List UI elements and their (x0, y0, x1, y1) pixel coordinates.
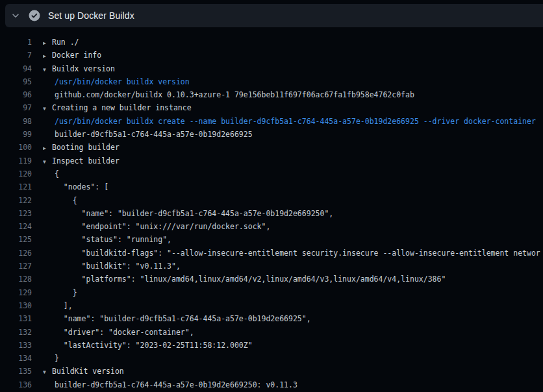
output-text: "driver": "docker-container", (43, 326, 194, 339)
line-number[interactable]: 125 (0, 233, 32, 246)
command-text: /usr/bin/docker buildx create --name bui… (43, 115, 536, 128)
output-text: { (43, 194, 77, 207)
log-line: 120{ (0, 167, 543, 180)
group-title[interactable]: BuildKit version (52, 367, 124, 376)
log-line: 122 { (0, 194, 543, 207)
chevron-down-icon (11, 11, 20, 20)
log-line: 99builder-d9cfb5a1-c764-445a-a57e-0b19d2… (0, 128, 543, 141)
line-number[interactable]: 99 (0, 128, 32, 141)
log-line: 1▶Run ./ (0, 36, 543, 49)
group-header[interactable]: ▶Run ./ (43, 36, 79, 49)
log-line: 126 "buildkitd-flags": "--allow-insecure… (0, 247, 543, 260)
group-expanded-icon[interactable]: ▼ (43, 366, 52, 378)
line-number[interactable]: 120 (0, 167, 32, 180)
group-header[interactable]: ▼Inspect builder (43, 154, 120, 167)
line-number[interactable]: 123 (0, 207, 32, 220)
log-line: 130 ], (0, 299, 543, 312)
line-number[interactable]: 136 (0, 378, 32, 391)
line-number[interactable]: 121 (0, 180, 32, 193)
log-line: 100▶Booting builder (0, 141, 543, 154)
step-header-set-up-docker-buildx[interactable]: Set up Docker Buildx (5, 4, 543, 27)
group-expanded-icon[interactable]: ▼ (43, 156, 52, 167)
log-line: 97▼Creating a new builder instance (0, 101, 543, 114)
line-number[interactable]: 98 (0, 115, 32, 128)
line-number[interactable]: 100 (0, 141, 32, 154)
output-text: github.com/docker/buildx 0.10.3+azure-1 … (43, 88, 414, 101)
group-header[interactable]: ▶Booting builder (43, 141, 120, 154)
group-collapsed-icon[interactable]: ▶ (43, 142, 52, 154)
log-line: 135▼BuildKit version (0, 365, 543, 378)
log-line: 96github.com/docker/buildx 0.10.3+azure-… (0, 88, 543, 101)
line-number[interactable]: 94 (0, 62, 32, 75)
check-circle-icon (29, 10, 40, 21)
output-text: builder-d9cfb5a1-c764-445a-a57e-0b19d2e6… (43, 378, 297, 391)
step-title: Set up Docker Buildx (48, 10, 134, 21)
output-text: "platforms": "linux/amd64,linux/amd64/v2… (43, 273, 446, 286)
line-number[interactable]: 95 (0, 75, 32, 88)
output-text: { (43, 167, 59, 180)
output-text: "buildkitd-flags": "--allow-insecure-ent… (43, 247, 540, 260)
output-text: "name": "builder-d9cfb5a1-c764-445a-a57e… (43, 312, 311, 325)
line-number[interactable]: 135 (0, 365, 32, 378)
group-expanded-icon[interactable]: ▼ (43, 64, 52, 75)
output-text: "nodes": [ (43, 180, 108, 193)
log-line: 133 "lastActivity": "2023-02-25T11:58:12… (0, 339, 543, 352)
group-header[interactable]: ▼BuildKit version (43, 365, 124, 378)
line-number[interactable]: 128 (0, 273, 32, 286)
log-line: 7▶Docker info (0, 49, 543, 62)
output-text: "buildkit": "v0.11.3", (43, 260, 181, 273)
log-line: 119▼Inspect builder (0, 154, 543, 167)
group-title[interactable]: Run ./ (52, 38, 79, 47)
group-header[interactable]: ▼Creating a new builder instance (43, 101, 192, 114)
output-text: "status": "running", (43, 233, 171, 246)
output-text: } (43, 286, 77, 299)
command-text: /usr/bin/docker buildx version (43, 75, 190, 88)
line-number[interactable]: 122 (0, 194, 32, 207)
line-number[interactable]: 97 (0, 101, 32, 114)
line-number[interactable]: 132 (0, 326, 32, 339)
log-line: 129 } (0, 286, 543, 299)
log-line: 124 "endpoint": "unix:///var/run/docker.… (0, 220, 543, 233)
log-line: 125 "status": "running", (0, 233, 543, 246)
line-number[interactable]: 131 (0, 312, 32, 325)
output-text: "endpoint": "unix:///var/run/docker.sock… (43, 220, 270, 233)
log-line: 127 "buildkit": "v0.11.3", (0, 260, 543, 273)
line-number[interactable]: 133 (0, 339, 32, 352)
log-lines: 1▶Run ./7▶Docker info94▼Buildx version95… (0, 27, 543, 392)
log-line: 123 "name": "builder-d9cfb5a1-c764-445a-… (0, 207, 543, 220)
group-title[interactable]: Docker info (52, 51, 101, 60)
group-header[interactable]: ▶Docker info (43, 49, 101, 62)
group-collapsed-icon[interactable]: ▶ (43, 37, 52, 49)
log-line: 134} (0, 352, 543, 365)
output-text: builder-d9cfb5a1-c764-445a-a57e-0b19d2e6… (43, 128, 253, 141)
line-number[interactable]: 1 (0, 36, 32, 49)
output-text: "lastActivity": "2023-02-25T11:58:12.000… (43, 339, 253, 352)
group-collapsed-icon[interactable]: ▶ (43, 50, 52, 62)
line-number[interactable]: 130 (0, 299, 32, 312)
line-number[interactable]: 134 (0, 352, 32, 365)
log-line: 94▼Buildx version (0, 62, 543, 75)
output-text: ], (43, 299, 73, 312)
line-number[interactable]: 96 (0, 88, 32, 101)
group-header[interactable]: ▼Buildx version (43, 62, 115, 75)
log-line: 132 "driver": "docker-container", (0, 326, 543, 339)
log-line: 136builder-d9cfb5a1-c764-445a-a57e-0b19d… (0, 378, 543, 391)
group-title[interactable]: Creating a new builder instance (52, 103, 192, 112)
output-text: } (43, 352, 59, 365)
group-expanded-icon[interactable]: ▼ (43, 103, 52, 114)
line-number[interactable]: 129 (0, 286, 32, 299)
log-line: 128 "platforms": "linux/amd64,linux/amd6… (0, 273, 543, 286)
line-number[interactable]: 119 (0, 154, 32, 167)
group-title[interactable]: Booting builder (52, 143, 120, 152)
log-line: 95/usr/bin/docker buildx version (0, 75, 543, 88)
line-number[interactable]: 126 (0, 247, 32, 260)
log-line: 98/usr/bin/docker buildx create --name b… (0, 115, 543, 128)
line-number[interactable]: 7 (0, 49, 32, 62)
output-text: "name": "builder-d9cfb5a1-c764-445a-a57e… (43, 207, 333, 220)
log-line: 131 "name": "builder-d9cfb5a1-c764-445a-… (0, 312, 543, 325)
line-number[interactable]: 127 (0, 260, 32, 273)
line-number[interactable]: 124 (0, 220, 32, 233)
group-title[interactable]: Inspect builder (52, 156, 120, 165)
group-title[interactable]: Buildx version (52, 64, 115, 73)
log-line: 121 "nodes": [ (0, 180, 543, 193)
